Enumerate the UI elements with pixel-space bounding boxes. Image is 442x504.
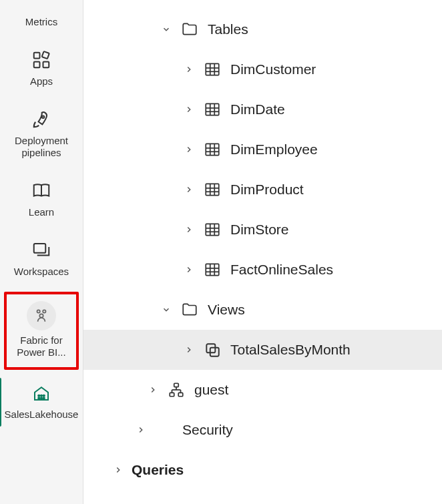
schema-icon xyxy=(166,380,186,400)
chevron-right-icon xyxy=(110,465,126,475)
node-label: DimDate xyxy=(230,101,285,117)
tree-node-table[interactable]: DimStore xyxy=(83,210,442,250)
svg-point-7 xyxy=(37,310,40,312)
chevron-right-icon xyxy=(181,65,197,74)
node-label: Views xyxy=(208,302,245,318)
svg-rect-36 xyxy=(206,224,219,235)
tree-node-tables[interactable]: Tables xyxy=(83,9,442,49)
tree-node-table[interactable]: FactOnlineSales xyxy=(83,250,442,290)
folder-icon xyxy=(180,19,200,39)
rocket-icon xyxy=(30,108,53,131)
sidebar-item-deployment-pipelines[interactable]: Deployment pipelines xyxy=(4,101,79,168)
table-icon xyxy=(202,99,222,119)
sidebar-item-label: Learn xyxy=(29,206,54,219)
sidebar-item-label: Apps xyxy=(30,75,53,88)
tree-node-views[interactable]: Views xyxy=(83,290,442,330)
node-label: DimEmployee xyxy=(230,142,318,158)
table-icon xyxy=(202,220,222,240)
svg-rect-2 xyxy=(43,61,49,67)
folder-icon xyxy=(180,300,200,320)
node-label: Security xyxy=(182,422,233,438)
svg-rect-48 xyxy=(174,383,179,387)
node-label: DimCustomer xyxy=(230,61,316,77)
node-label: TotalSalesByMonth xyxy=(230,342,351,358)
svg-point-4 xyxy=(42,115,45,118)
sidebar: Metrics Apps Deployment pipelines xyxy=(0,0,83,504)
svg-point-12 xyxy=(43,395,45,397)
chevron-right-icon xyxy=(181,185,197,194)
sidebar-item-metrics[interactable]: Metrics xyxy=(4,5,79,37)
node-label: Tables xyxy=(208,21,248,37)
node-label: DimStore xyxy=(230,222,289,238)
view-icon xyxy=(202,340,222,360)
svg-rect-21 xyxy=(206,103,219,115)
svg-rect-6 xyxy=(34,244,46,253)
svg-point-10 xyxy=(38,395,39,397)
svg-rect-16 xyxy=(206,63,219,75)
svg-rect-41 xyxy=(206,264,219,275)
svg-rect-26 xyxy=(206,144,219,155)
svg-rect-49 xyxy=(170,393,174,396)
svg-rect-3 xyxy=(42,51,49,59)
people-icon xyxy=(30,304,53,327)
svg-rect-1 xyxy=(34,61,40,67)
tree-node-table[interactable]: DimEmployee xyxy=(83,130,442,170)
sidebar-item-label: Deployment pipelines xyxy=(7,135,76,160)
sidebar-item-learn[interactable]: Learn xyxy=(4,173,79,227)
spacer xyxy=(154,420,174,440)
svg-rect-50 xyxy=(178,393,183,396)
tree-node-table[interactable]: DimDate xyxy=(83,89,442,130)
svg-point-11 xyxy=(41,395,42,397)
node-label: Queries xyxy=(132,462,184,478)
sidebar-item-workspaces[interactable]: Workspaces xyxy=(4,232,79,286)
sidebar-item-label: SalesLakehouse xyxy=(5,409,79,421)
sidebar-item-label: Workspaces xyxy=(14,266,69,278)
sidebar-item-apps[interactable]: Apps xyxy=(4,42,79,96)
sidebar-item-fabric[interactable]: Fabric for Power BI... xyxy=(4,292,79,370)
node-label: FactOnlineSales xyxy=(230,262,333,278)
tree-node-queries[interactable]: Queries xyxy=(83,450,442,490)
chevron-down-icon xyxy=(158,305,174,314)
svg-rect-0 xyxy=(34,53,40,59)
tree-node-table[interactable]: DimCustomer xyxy=(83,49,442,89)
tree-node-guest[interactable]: guest xyxy=(83,370,442,410)
lakehouse-icon xyxy=(30,382,53,405)
chevron-right-icon xyxy=(145,385,161,395)
tree-node-view[interactable]: TotalSalesByMonth xyxy=(83,330,442,370)
tree-node-table[interactable]: DimProduct xyxy=(83,170,442,210)
svg-point-14 xyxy=(41,397,42,399)
table-icon xyxy=(202,140,222,160)
svg-point-8 xyxy=(43,310,45,312)
node-label: guest xyxy=(194,382,228,398)
apps-icon xyxy=(30,49,53,71)
table-icon xyxy=(202,180,222,200)
svg-rect-31 xyxy=(206,184,219,195)
chevron-down-icon xyxy=(158,25,174,34)
chevron-right-icon xyxy=(181,105,197,114)
chevron-right-icon xyxy=(181,145,197,154)
chevron-right-icon xyxy=(181,345,197,354)
sidebar-item-saleslakehouse[interactable]: SalesLakehouse xyxy=(4,375,79,429)
explorer-tree: Tables DimCustomer DimDate DimEmployee D… xyxy=(83,0,442,504)
workspaces-icon xyxy=(30,239,53,262)
chevron-right-icon xyxy=(181,225,197,234)
sidebar-item-label: Metrics xyxy=(25,16,57,29)
sidebar-item-label: Fabric for Power BI... xyxy=(9,334,73,360)
svg-point-13 xyxy=(38,397,39,399)
tree-node-security[interactable]: Security xyxy=(83,410,442,450)
book-icon xyxy=(30,180,53,202)
chevron-right-icon xyxy=(181,265,197,274)
node-label: DimProduct xyxy=(230,182,304,198)
table-icon xyxy=(202,59,222,79)
table-icon xyxy=(202,260,222,280)
chevron-right-icon xyxy=(133,425,149,435)
svg-point-15 xyxy=(43,397,45,399)
svg-point-9 xyxy=(39,314,43,317)
